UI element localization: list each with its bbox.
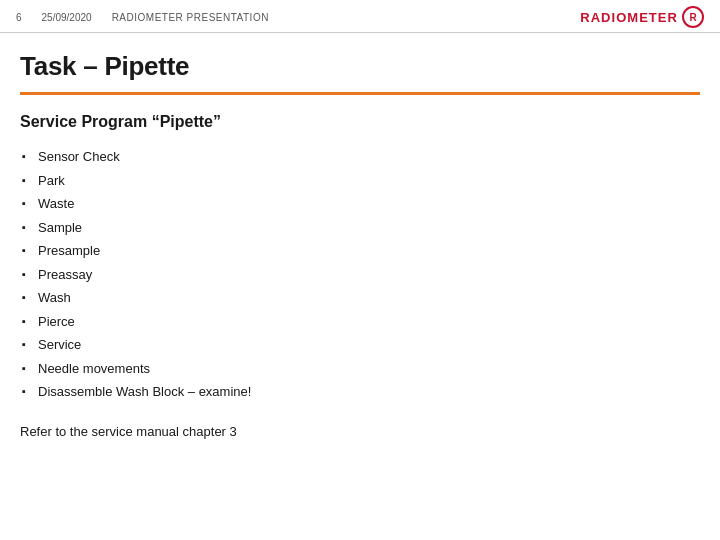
top-bar-left: 6 25/09/2020 RADIOMETER PRESENTATION: [16, 12, 269, 23]
logo-text: RADIOMETER: [580, 10, 678, 25]
list-item: Waste: [20, 192, 700, 216]
logo-area: RADIOMETER R: [580, 6, 704, 28]
list-item: Disassemble Wash Block – examine!: [20, 380, 700, 404]
list-item: Sensor Check: [20, 145, 700, 169]
main-content: Task – Pipette Service Program “Pipette”…: [0, 33, 720, 455]
list-item: Park: [20, 169, 700, 193]
list-item: Wash: [20, 286, 700, 310]
list-item: Service: [20, 333, 700, 357]
logo-icon: R: [682, 6, 704, 28]
list-item: Presample: [20, 239, 700, 263]
list-item: Sample: [20, 216, 700, 240]
list-item: Preassay: [20, 263, 700, 287]
section-heading: Service Program “Pipette”: [20, 113, 700, 131]
top-bar-date: 25/09/2020: [42, 12, 92, 23]
bullet-list: Sensor CheckParkWasteSamplePresamplePrea…: [20, 145, 700, 404]
list-item: Needle movements: [20, 357, 700, 381]
list-item: Pierce: [20, 310, 700, 334]
footer-ref: Refer to the service manual chapter 3: [20, 424, 700, 439]
slide-number: 6: [16, 12, 22, 23]
top-bar-presentation-title: RADIOMETER PRESENTATION: [112, 12, 269, 23]
page-title: Task – Pipette: [20, 51, 700, 82]
title-underline: [20, 92, 700, 95]
top-bar: 6 25/09/2020 RADIOMETER PRESENTATION RAD…: [0, 0, 720, 32]
